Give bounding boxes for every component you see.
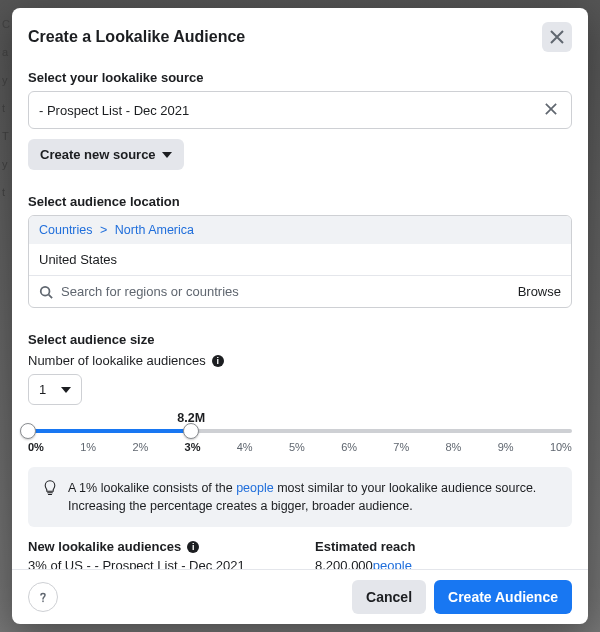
slider-tick: 1% [80, 441, 96, 453]
location-search-row: Browse [29, 275, 571, 307]
estimated-reach-label: Estimated reach [315, 539, 572, 554]
clear-source-button[interactable] [541, 97, 561, 123]
location-section-label: Select audience location [28, 194, 572, 209]
info-icon[interactable]: i [212, 355, 224, 367]
source-value: - Prospect List - Dec 2021 [39, 103, 189, 118]
breadcrumb-region[interactable]: North America [115, 223, 194, 237]
slider-tick: 9% [498, 441, 514, 453]
num-audiences-dropdown[interactable]: 1 [28, 374, 82, 405]
hint-text: A 1% lookalike consists of the people mo… [68, 479, 558, 515]
new-audiences-label: New lookalike audiences i [28, 539, 285, 554]
hint-box: A 1% lookalike consists of the people mo… [28, 467, 572, 527]
close-button[interactable] [542, 22, 572, 52]
modal-header: Create a Lookalike Audience [12, 8, 588, 60]
size-section-label: Select audience size [28, 332, 572, 347]
modal-title: Create a Lookalike Audience [28, 28, 245, 46]
breadcrumb-separator: > [96, 223, 111, 237]
browse-button[interactable]: Browse [518, 284, 561, 299]
x-icon [545, 103, 557, 115]
reach-people-link[interactable]: people [373, 558, 412, 569]
summary-row: New lookalike audiences i 3% of US - - P… [28, 539, 572, 569]
slider-tick: 7% [393, 441, 409, 453]
svg-line-1 [49, 294, 53, 298]
caret-down-icon [61, 387, 71, 393]
create-audience-button[interactable]: Create Audience [434, 580, 572, 614]
slider-handle-end[interactable] [183, 423, 199, 439]
slider-tick: 4% [237, 441, 253, 453]
svg-point-0 [41, 286, 50, 295]
num-audiences-label: Number of lookalike audiences [28, 353, 206, 368]
create-lookalike-modal: Create a Lookalike Audience Select your … [12, 8, 588, 624]
new-audiences-text: 3% of US - - Prospect List - Dec 2021 [28, 558, 285, 569]
slider-tick: 0% [28, 441, 44, 453]
location-box: Countries > North America United States … [28, 215, 572, 308]
estimated-reach-text: 8,200,000people [315, 558, 572, 569]
slider-tick: 2% [132, 441, 148, 453]
create-new-source-label: Create new source [40, 147, 156, 162]
slider-tick: 8% [446, 441, 462, 453]
breadcrumb-countries[interactable]: Countries [39, 223, 93, 237]
lightbulb-icon [42, 480, 58, 496]
hint-link[interactable]: people [236, 481, 274, 495]
create-new-source-button[interactable]: Create new source [28, 139, 184, 170]
question-icon [36, 590, 50, 604]
source-input[interactable]: - Prospect List - Dec 2021 [28, 91, 572, 129]
size-slider: 8.2M 0%1%2%3%4%5%6%7%8%9%10% [28, 429, 572, 453]
slider-tick: 5% [289, 441, 305, 453]
search-icon [39, 285, 53, 299]
num-audiences-row: Number of lookalike audiences i [28, 353, 572, 368]
slider-fill [28, 429, 191, 433]
num-audiences-value: 1 [39, 382, 46, 397]
slider-tick: 3% [185, 441, 201, 453]
slider-handle-start[interactable] [20, 423, 36, 439]
slider-track[interactable] [28, 429, 572, 433]
location-search-input[interactable] [61, 284, 510, 299]
slider-tick: 6% [341, 441, 357, 453]
x-icon [550, 30, 564, 44]
modal-footer: Cancel Create Audience [12, 569, 588, 624]
help-button[interactable] [28, 582, 58, 612]
location-selected: United States [29, 244, 571, 275]
cancel-button[interactable]: Cancel [352, 580, 426, 614]
modal-body: Select your lookalike source - Prospect … [12, 60, 588, 569]
slider-ticks: 0%1%2%3%4%5%6%7%8%9%10% [28, 441, 572, 453]
slider-tick: 10% [550, 441, 572, 453]
location-breadcrumb: Countries > North America [29, 216, 571, 244]
caret-down-icon [162, 152, 172, 158]
source-section-label: Select your lookalike source [28, 70, 572, 85]
info-icon[interactable]: i [187, 541, 199, 553]
